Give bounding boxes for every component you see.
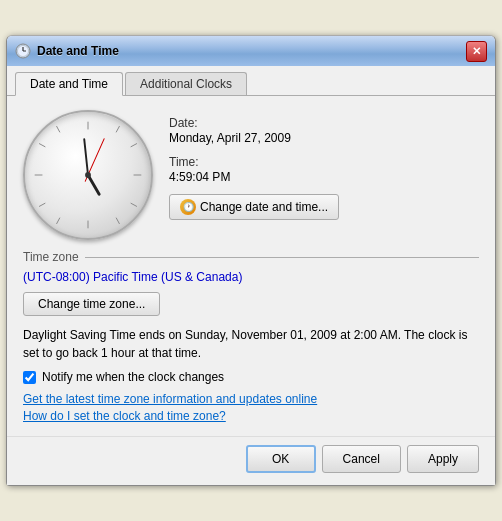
notify-checkbox-row: Notify me when the clock changes [23,370,479,384]
section-header: Time zone [23,250,479,264]
section-divider [85,257,479,258]
svg-line-12 [57,218,60,224]
tab-additional-clocks[interactable]: Additional Clocks [125,72,247,95]
date-time-info: Date: Monday, April 27, 2009 Time: 4:59:… [169,110,479,220]
notify-label[interactable]: Notify me when the clock changes [42,370,224,384]
svg-line-10 [131,203,137,206]
time-value: 4:59:04 PM [169,170,479,184]
change-datetime-label: Change date and time... [200,200,328,214]
date-time-window: Date and Time ✕ Date and Time Additional… [6,35,496,486]
svg-line-11 [116,218,119,224]
main-content: Date: Monday, April 27, 2009 Time: 4:59:… [7,96,495,436]
date-label: Date: [169,116,479,130]
title-bar: Date and Time ✕ [7,36,495,66]
svg-point-19 [85,172,91,178]
analog-clock [23,110,153,240]
svg-line-14 [39,144,45,147]
svg-line-8 [116,126,119,132]
link-clock-help[interactable]: How do I set the clock and time zone? [23,409,479,423]
notify-checkbox[interactable] [23,371,36,384]
svg-line-15 [57,126,60,132]
cancel-button[interactable]: Cancel [322,445,401,473]
close-button[interactable]: ✕ [466,41,487,62]
window-icon [15,43,31,59]
datetime-icon: 🕐 [180,199,196,215]
ok-button[interactable]: OK [246,445,316,473]
clock-svg [25,112,151,238]
top-section: Date: Monday, April 27, 2009 Time: 4:59:… [23,110,479,240]
timezone-section: Time zone (UTC-08:00) Pacific Time (US &… [23,250,479,316]
change-tz-label: Change time zone... [38,297,145,311]
tab-date-time[interactable]: Date and Time [15,72,123,96]
change-datetime-button[interactable]: 🕐 Change date and time... [169,194,339,220]
title-bar-left: Date and Time [15,43,119,59]
link-timezone-info[interactable]: Get the latest time zone information and… [23,392,479,406]
bottom-buttons: OK Cancel Apply [7,436,495,485]
time-label: Time: [169,155,479,169]
svg-line-13 [39,203,45,206]
dst-info: Daylight Saving Time ends on Sunday, Nov… [23,326,479,362]
svg-line-17 [84,139,88,175]
svg-line-9 [131,144,137,147]
window-title: Date and Time [37,44,119,58]
tab-bar: Date and Time Additional Clocks [7,66,495,96]
timezone-value: (UTC-08:00) Pacific Time (US & Canada) [23,270,479,284]
date-value: Monday, April 27, 2009 [169,131,479,145]
apply-button[interactable]: Apply [407,445,479,473]
change-timezone-button[interactable]: Change time zone... [23,292,160,316]
timezone-section-label: Time zone [23,250,79,264]
svg-line-16 [88,175,99,194]
clock-face [23,110,153,240]
